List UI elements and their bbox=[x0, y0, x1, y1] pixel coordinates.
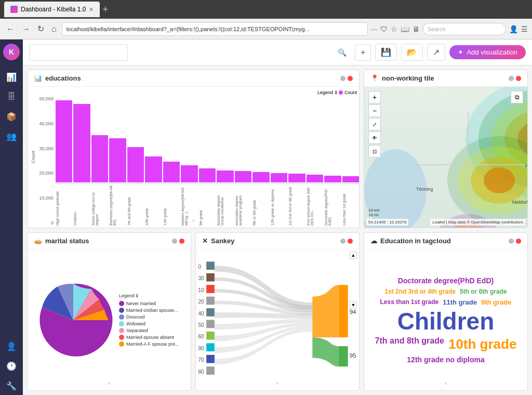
sidebar-item-people[interactable]: 👥 bbox=[2, 127, 21, 146]
svg-text:90: 90 bbox=[198, 346, 204, 351]
open-button[interactable]: 📂 bbox=[401, 44, 423, 61]
sidebar-item-wrench[interactable]: 🔧 bbox=[2, 376, 21, 395]
sidebar-item-data[interactable]: 🗄 bbox=[2, 87, 21, 106]
tag-12th[interactable]: 12th grade no diploma bbox=[407, 356, 484, 364]
educations-panel-header: 📊 educations bbox=[28, 70, 359, 87]
sidebar-item-discover[interactable]: 📦 bbox=[2, 107, 21, 126]
browser-search-bar[interactable]: Search bbox=[423, 23, 506, 35]
tagcloud-panel-body: Doctorate degree(PhD EdD) 1st 2nd 3rd or… bbox=[364, 249, 527, 390]
extensions-icon[interactable]: ··· bbox=[371, 25, 377, 33]
marital-panel-resize[interactable]: ^ bbox=[108, 381, 111, 388]
back-button[interactable]: ← bbox=[4, 22, 17, 36]
map-panel-resize[interactable]: ^ bbox=[444, 218, 447, 226]
sidebar-item-clock[interactable]: 🕐 bbox=[2, 357, 21, 375]
map-controls: + − ⤢ 👁 ⊡ bbox=[368, 91, 381, 157]
map-options-dot[interactable] bbox=[509, 76, 514, 81]
tagcloud-content: Doctorate degree(PhD EdD) 1st 2nd 3rd or… bbox=[364, 249, 527, 390]
close-dot[interactable] bbox=[348, 76, 353, 81]
marital-close-dot[interactable] bbox=[179, 239, 184, 244]
pie-chart-svg bbox=[32, 279, 115, 362]
sankey-icon: ✕ bbox=[202, 237, 208, 245]
svg-text:80: 80 bbox=[198, 369, 204, 375]
sankey-scroll-up[interactable]: ▲ bbox=[350, 252, 357, 259]
tag-doctorate[interactable]: Doctorate degree(PhD EdD) bbox=[369, 276, 522, 285]
map-panel-header: 📍 non-working tile bbox=[364, 70, 527, 87]
map-panel: 📍 non-working tile bbox=[364, 70, 528, 228]
tag-11th[interactable]: 11th grade bbox=[443, 298, 477, 306]
browser-tab[interactable]: Dashboard - Kibella 1.0 × bbox=[4, 2, 100, 17]
svg-text:10: 10 bbox=[198, 287, 204, 293]
bar-10 bbox=[235, 171, 251, 182]
add-filter-button[interactable]: + bbox=[355, 44, 371, 61]
tagcloud-options-dot[interactable] bbox=[509, 239, 514, 244]
tag-5th6th[interactable]: 5th or 6th grade bbox=[460, 288, 507, 295]
sidebar-item-dashboard[interactable]: 📊 bbox=[2, 68, 21, 86]
xlabel-0: High school graduate bbox=[56, 184, 72, 226]
widowed-color bbox=[119, 321, 124, 326]
map-panel-body: Friedrichstadt Rendsburg Heide Meldorf B… bbox=[364, 87, 527, 228]
refresh-button[interactable]: ↻ bbox=[35, 22, 46, 36]
tag-10th[interactable]: 10th grade bbox=[448, 336, 517, 352]
bar-2 bbox=[91, 135, 108, 182]
sankey-options-dot[interactable] bbox=[340, 239, 345, 244]
forward-button[interactable]: → bbox=[20, 22, 32, 36]
svg-rect-47 bbox=[206, 285, 215, 293]
sankey-panel-body: ▲ ▼ 0 30 10 20 40 50 60 90 70 80 bbox=[196, 249, 359, 390]
educations-title: 📊 educations bbox=[34, 74, 81, 82]
fullscreen-button[interactable]: ⤢ bbox=[368, 118, 381, 130]
tagcloud-close-dot[interactable] bbox=[516, 239, 521, 244]
reader-icon[interactable]: 📖 bbox=[401, 25, 409, 33]
sankey-close-dot[interactable] bbox=[348, 239, 353, 244]
tag-1st2nd[interactable]: 1st 2nd 3rd or 4th grade bbox=[384, 288, 456, 295]
layers-icon[interactable]: ⧉ bbox=[511, 91, 523, 103]
legend-info-icon: ℹ bbox=[335, 90, 337, 95]
address-bar[interactable]: localhost/kibella/interface/#/dashboard?… bbox=[62, 22, 368, 36]
share-button[interactable]: ↗ bbox=[427, 44, 445, 61]
shield-icon[interactable]: 🛡 bbox=[380, 25, 388, 33]
svg-text:95: 95 bbox=[350, 352, 356, 359]
new-tab-button[interactable]: + bbox=[103, 4, 109, 15]
pie-legend: Legend ℹ Never married Married-civilian … bbox=[119, 293, 179, 347]
add-viz-label: Add visualization bbox=[467, 48, 517, 56]
bar-chart-area: 50,000 40,000 30,000 20,000 10,000 0 bbox=[37, 96, 359, 226]
menu-icon[interactable]: ☰ bbox=[521, 25, 528, 33]
add-visualization-button[interactable]: ✦ Add visualization bbox=[449, 45, 526, 59]
bar-chart-icon: 📊 bbox=[34, 74, 42, 82]
tag-9th[interactable]: 9th grade bbox=[481, 298, 512, 306]
tag-lessthan[interactable]: Less than 1st grade bbox=[380, 298, 439, 306]
profile-icon[interactable]: 👤 bbox=[509, 25, 518, 33]
xlabel-16: Less than 1st grade bbox=[342, 184, 359, 226]
zoom-in-button[interactable]: + bbox=[368, 91, 381, 103]
tab-close-button[interactable]: × bbox=[89, 5, 93, 14]
save-button[interactable]: 💾 bbox=[375, 44, 397, 61]
zoom-out-button[interactable]: − bbox=[368, 104, 381, 117]
xlabel-5: 10th grade bbox=[145, 184, 162, 226]
sidebar-item-user[interactable]: 👤 bbox=[2, 337, 21, 356]
tagcloud-panel-resize[interactable]: ^ bbox=[444, 381, 447, 388]
tag-7th8th[interactable]: 7th and 8th grade bbox=[375, 336, 444, 352]
tablet-icon[interactable]: 🖥 bbox=[413, 25, 420, 33]
sankey-scroll-down[interactable]: ▼ bbox=[350, 301, 357, 309]
sankey-panel-resize[interactable]: ^ bbox=[276, 381, 279, 388]
options-dot[interactable] bbox=[340, 76, 345, 81]
kibana-search-input[interactable] bbox=[29, 44, 128, 61]
kibana-toolbar: 🔍 + 💾 📂 ↗ ✦ Add visualization bbox=[23, 40, 532, 65]
svg-rect-48 bbox=[206, 297, 215, 305]
marital-options-dot[interactable] bbox=[172, 239, 177, 244]
star-icon[interactable]: ☆ bbox=[391, 25, 397, 33]
panel-controls bbox=[340, 76, 353, 81]
svg-text:Heide: Heide bbox=[525, 163, 527, 168]
map-close-dot[interactable] bbox=[516, 76, 521, 81]
marital-panel-header: 🥧 marital status bbox=[28, 233, 191, 249]
home-button[interactable]: ⌂ bbox=[49, 22, 59, 36]
tag-children[interactable]: Children bbox=[369, 309, 522, 333]
pie-icon: 🥧 bbox=[34, 237, 42, 245]
kibana-logo[interactable]: K bbox=[3, 44, 20, 60]
svg-text:30: 30 bbox=[198, 275, 204, 281]
svg-text:94: 94 bbox=[350, 309, 356, 315]
map-container[interactable]: Friedrichstadt Rendsburg Heide Meldorf B… bbox=[364, 87, 527, 228]
eye-button[interactable]: 👁 bbox=[368, 131, 381, 144]
educations-panel-resize[interactable]: ^ bbox=[192, 218, 195, 226]
map-panel-controls bbox=[509, 76, 521, 81]
layers-button[interactable]: ⊡ bbox=[368, 145, 381, 157]
